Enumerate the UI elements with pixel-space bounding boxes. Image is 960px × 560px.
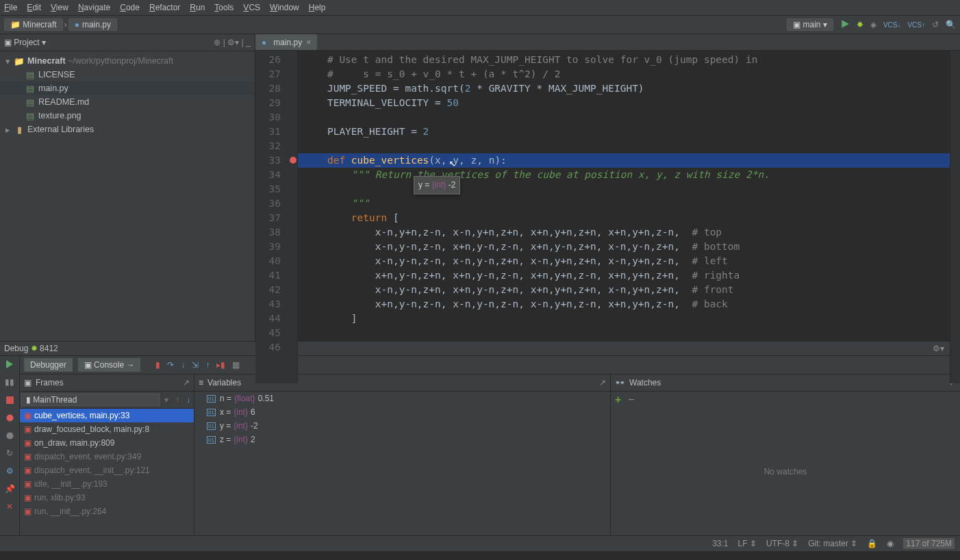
file-row[interactable]: ▤texture.png bbox=[0, 109, 255, 123]
run-to-cursor-icon[interactable]: ▸▮ bbox=[216, 360, 225, 370]
project-root-row[interactable]: ▾📁 Minecraft ~/work/pythonproj/Minecraft bbox=[0, 54, 255, 68]
settings-icon[interactable]: ⚙ bbox=[4, 466, 15, 476]
menu-code[interactable]: Code bbox=[120, 3, 140, 12]
mute-breakpoints-icon[interactable] bbox=[4, 430, 15, 441]
step-into-my-icon[interactable]: ⇲ bbox=[192, 360, 199, 370]
menu-navigate[interactable]: Navigate bbox=[78, 3, 110, 12]
close-icon[interactable]: × bbox=[306, 38, 311, 47]
commit-vcs-icon[interactable]: VCS↑ bbox=[907, 21, 925, 29]
watches-toolbar: + − bbox=[611, 392, 960, 408]
project-header-tools[interactable]: ⊕ | ⚙▾ | ⎯ bbox=[214, 38, 251, 47]
no-watches-label: No watches bbox=[611, 408, 960, 535]
restore-layout-icon[interactable]: ↗ bbox=[183, 378, 190, 387]
line-separator[interactable]: LF ⇕ bbox=[738, 539, 757, 548]
menu-run[interactable]: Run bbox=[190, 3, 205, 12]
tab-console[interactable]: ▣ Console → bbox=[78, 358, 141, 372]
memory-indicator[interactable]: 117 of 725M bbox=[903, 538, 955, 549]
close-icon[interactable]: ✕ bbox=[4, 501, 15, 512]
view-breakpoints-icon[interactable] bbox=[4, 412, 15, 423]
stop-icon[interactable] bbox=[4, 394, 15, 405]
main-toolbar: 📁 Minecraft › ●main.py ▣ main ▾ ✸ ◈ VCS↓… bbox=[0, 16, 960, 34]
tab-debugger[interactable]: Debugger bbox=[24, 358, 73, 372]
file-row[interactable]: ▤LICENSE bbox=[0, 68, 255, 81]
breadcrumb-file[interactable]: ●main.py bbox=[68, 18, 117, 31]
next-frame-icon[interactable]: ↓ bbox=[183, 395, 194, 405]
project-header: ▣ Project ▾ ⊕ | ⚙▾ | ⎯ bbox=[0, 34, 255, 51]
bug-icon: ✸ bbox=[31, 344, 38, 353]
frames-list[interactable]: ▣cube_vertices, main.py:33▣draw_focused_… bbox=[20, 409, 194, 518]
thread-selector[interactable]: ▮ MainThread ▾ ↑ ↓ bbox=[20, 392, 194, 409]
svg-point-1 bbox=[6, 414, 13, 421]
stack-frame[interactable]: ▣run, xlib.py:93 bbox=[20, 491, 194, 505]
editor-tab-main[interactable]: ●main.py× bbox=[255, 34, 317, 50]
add-watch-icon[interactable]: + bbox=[615, 394, 621, 406]
svg-rect-0 bbox=[6, 396, 14, 404]
step-toolbar: ▮ ↷ ↓ ⇲ ↑ ▸▮ ▦ bbox=[155, 360, 240, 370]
file-encoding[interactable]: UTF-8 ⇕ bbox=[766, 539, 798, 548]
search-icon[interactable]: 🔍 bbox=[946, 20, 956, 29]
pause-icon[interactable]: ▮▮ bbox=[4, 377, 15, 387]
debug-side-toolbar: ▮▮ ↻ ⚙ 📌 ✕ bbox=[0, 356, 20, 535]
variable-row[interactable]: 01n = {float} 0.51 bbox=[194, 392, 610, 405]
rerun-icon[interactable]: ↻ bbox=[4, 448, 15, 459]
file-row[interactable]: ▤main.py bbox=[0, 81, 255, 95]
pin-icon[interactable]: 📌 bbox=[4, 483, 15, 494]
inspect-icon[interactable]: ◉ bbox=[887, 539, 894, 548]
gutter[interactable]: 2627282930313233343536373839404142434445… bbox=[255, 51, 298, 383]
stack-frame[interactable]: ▣dispatch_event, event.py:349 bbox=[20, 450, 194, 463]
project-title: Project bbox=[14, 38, 39, 47]
step-into-icon[interactable]: ↓ bbox=[181, 360, 185, 370]
menu-window[interactable]: Window bbox=[270, 3, 299, 12]
resume-icon[interactable] bbox=[4, 359, 15, 370]
stack-frame[interactable]: ▣dispatch_event, __init__.py:121 bbox=[20, 463, 194, 477]
project-tool-window: ▣ Project ▾ ⊕ | ⚙▾ | ⎯ ▾📁 Minecraft ~/wo… bbox=[0, 34, 255, 341]
menu-vcs[interactable]: VCS bbox=[243, 3, 260, 12]
variable-row[interactable]: 01x = {int} 6 bbox=[194, 405, 610, 419]
dropdown-icon[interactable]: ▾ bbox=[161, 395, 172, 405]
stack-frame[interactable]: ▣idle, __init__.py:193 bbox=[20, 477, 194, 491]
git-branch[interactable]: Git: master ⇕ bbox=[808, 539, 857, 548]
evaluate-icon[interactable]: ▦ bbox=[232, 360, 240, 370]
status-bar: 33:1 LF ⇕ UTF-8 ⇕ Git: master ⇕ 🔒 ◉ 117 … bbox=[0, 535, 960, 551]
breadcrumb: 📁 Minecraft › ●main.py bbox=[4, 18, 117, 31]
variables-list[interactable]: 01n = {float} 0.5101x = {int} 601y = {in… bbox=[194, 392, 610, 446]
code-lines[interactable]: # Use t and the desired MAX_JUMP_HEIGHT … bbox=[298, 51, 950, 383]
menu-tools[interactable]: Tools bbox=[214, 3, 233, 12]
run-icon[interactable] bbox=[840, 19, 850, 31]
editor-tabs: ●main.py× bbox=[255, 34, 960, 51]
value-tooltip: y = {int} -2 bbox=[414, 176, 460, 194]
menu-help[interactable]: Help bbox=[309, 3, 326, 12]
coverage-icon[interactable]: ◈ bbox=[870, 20, 876, 29]
remove-watch-icon[interactable]: − bbox=[628, 394, 634, 406]
project-tree[interactable]: ▾📁 Minecraft ~/work/pythonproj/Minecraft… bbox=[0, 51, 255, 139]
menu-file[interactable]: File bbox=[4, 3, 17, 12]
debug-icon[interactable]: ✸ bbox=[857, 20, 863, 29]
file-row[interactable]: ▤README.md bbox=[0, 95, 255, 109]
caret-position[interactable]: 33:1 bbox=[712, 539, 728, 548]
menu-refactor[interactable]: Refactor bbox=[149, 3, 180, 12]
variable-row[interactable]: 01y = {int} -2 bbox=[194, 419, 610, 433]
editor: ●main.py× 262728293031323334353637383940… bbox=[255, 34, 960, 341]
stack-frame[interactable]: ▣run, __init__.py:264 bbox=[20, 505, 194, 518]
prev-frame-icon[interactable]: ↑ bbox=[172, 395, 183, 405]
external-libraries-row[interactable]: ▸▮External Libraries bbox=[0, 123, 255, 136]
stack-frame[interactable]: ▣on_draw, main.py:809 bbox=[20, 436, 194, 450]
lock-icon[interactable]: 🔒 bbox=[867, 539, 877, 548]
code-area[interactable]: 2627282930313233343536373839404142434445… bbox=[255, 51, 960, 383]
menubar[interactable]: FileEditViewNavigateCodeRefactorRunTools… bbox=[0, 0, 960, 16]
step-over-icon[interactable]: ↷ bbox=[167, 360, 174, 370]
menu-view[interactable]: View bbox=[51, 3, 68, 12]
frames-title: Frames bbox=[36, 378, 64, 387]
run-config-selector[interactable]: ▣ main ▾ bbox=[787, 18, 833, 31]
error-stripe[interactable] bbox=[950, 51, 960, 383]
update-vcs-icon[interactable]: VCS↓ bbox=[883, 21, 901, 29]
step-out-icon[interactable]: ↑ bbox=[205, 360, 210, 370]
stack-frame[interactable]: ▣cube_vertices, main.py:33 bbox=[20, 409, 194, 422]
show-execution-point-icon[interactable]: ▮ bbox=[155, 360, 160, 370]
variable-row[interactable]: 01z = {int} 2 bbox=[194, 433, 610, 446]
revert-icon[interactable]: ↺ bbox=[932, 20, 939, 29]
breadcrumb-root[interactable]: 📁 Minecraft bbox=[4, 18, 63, 31]
stack-frame[interactable]: ▣draw_focused_block, main.py:8 bbox=[20, 422, 194, 436]
frames-pane: ▣Frames↗ ▮ MainThread ▾ ↑ ↓ ▣cube_vertic… bbox=[20, 374, 194, 535]
menu-edit[interactable]: Edit bbox=[27, 3, 41, 12]
